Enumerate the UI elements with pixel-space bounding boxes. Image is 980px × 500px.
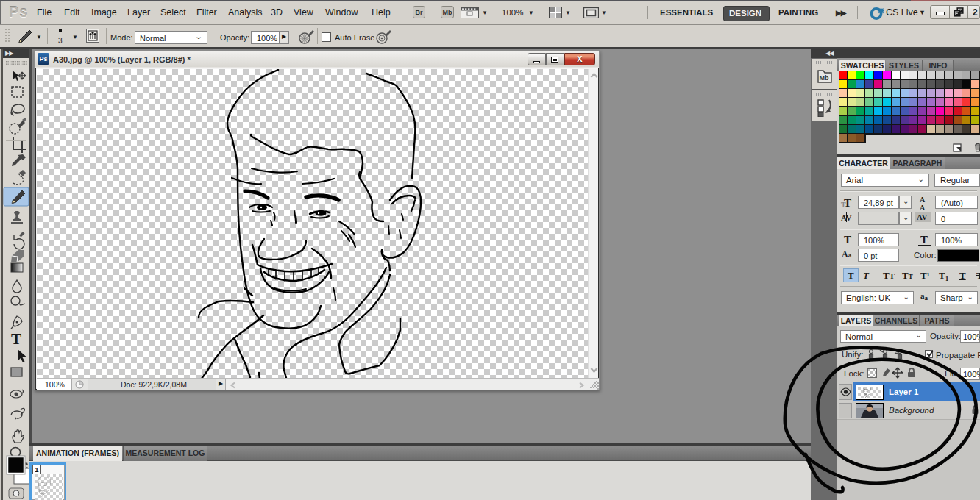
svg-text:T: T [11,330,21,348]
svg-text:Mb: Mb [820,74,829,82]
